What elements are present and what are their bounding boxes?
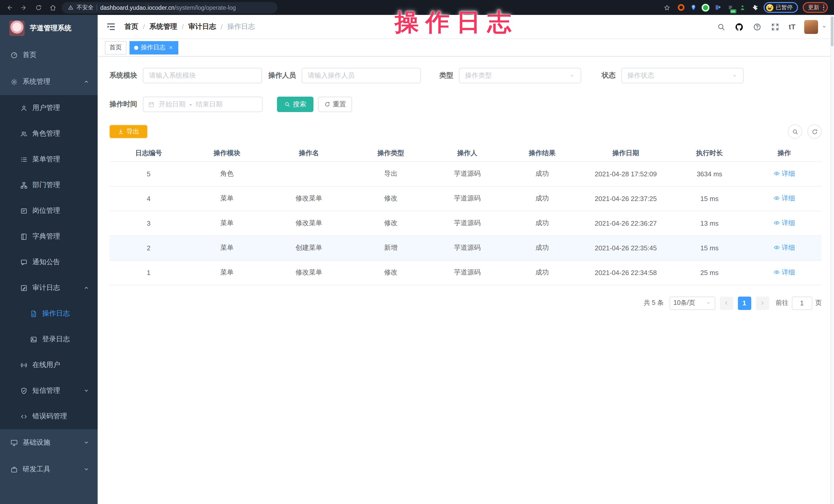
page-size-select[interactable]: 10条/页 [669,296,715,310]
security-label[interactable]: 不安全 [76,4,93,11]
refresh-icon [811,128,818,135]
browser-menu-icon[interactable] [823,5,824,10]
bookmark-star-icon[interactable] [661,2,673,13]
detail-link[interactable]: 详细 [773,243,795,253]
sidebar-item-dept-mgmt[interactable]: 部门管理 [0,172,97,198]
browser-home-button[interactable] [47,2,59,13]
type-select[interactable]: 操作类型 [459,68,581,83]
breadcrumb-current: 操作日志 [227,22,255,31]
detail-link[interactable]: 详细 [773,194,795,203]
goto-page-input[interactable]: 1 [792,296,812,310]
eye-icon [773,170,780,177]
update-label: 更新 [808,4,819,11]
sidebar-item-announcement[interactable]: 通知公告 [0,249,97,275]
extensions-puzzle-icon[interactable] [751,4,759,11]
sidebar-item-audit-log[interactable]: 审计日志 [0,275,97,301]
table-cell: 5 [109,161,188,186]
sidebar-item-infrastructure[interactable]: 基础设施 [0,429,97,456]
font-size-icon[interactable]: tT [789,23,795,31]
help-icon[interactable] [753,22,762,31]
export-button[interactable]: 导出 [109,125,148,138]
sidebar-item-post-mgmt[interactable]: 岗位管理 [0,198,97,224]
sidebar-item-menu-mgmt[interactable]: 菜单管理 [0,147,97,172]
extension-green-figure-icon[interactable] [739,4,746,11]
extension-dark-stack-icon[interactable]: on [726,4,734,11]
tags-view-bar: 首页 操作日志 [97,39,834,57]
table-cell: 菜单 [188,236,266,260]
goto-page: 前往 1 页 [776,296,822,310]
sidebar-logo[interactable]: 芋道管理系统 [0,15,97,42]
sidebar-item-dict-mgmt[interactable]: 字典管理 [0,224,97,249]
github-icon[interactable] [735,22,744,31]
avatar[interactable] [804,20,818,34]
address-bar[interactable]: 不安全 dashboard.yudao.iocoder.cn/system/lo… [62,2,278,13]
paused-profile-chip[interactable]: 已暂停 [763,2,798,13]
sidebar-fold-button[interactable] [106,22,116,32]
browser-back-button[interactable] [4,2,16,13]
page-url[interactable]: dashboard.yudao.iocoder.cn/system/log/op… [100,4,236,10]
search-icon[interactable] [717,22,726,31]
table-row: 5 角色 导出 芋道源码 成功 2021-04-28 17:52:09 3634… [109,161,822,186]
operator-input[interactable]: 请输入操作人员 [302,68,421,83]
table-cell: 2021-04-26 22:36:27 [579,211,672,236]
extension-green-circle-icon[interactable] [702,4,709,11]
table-cell: 13 ms [672,211,747,236]
breadcrumb-audit[interactable]: 审计日志 [188,22,216,31]
date-range-input[interactable]: 开始日期 - 结束日期 [143,96,263,112]
broadcast-icon [20,361,28,369]
scrollbar-thumb[interactable] [831,17,833,46]
sidebar-submenu-system: 用户管理 角色管理 菜单管理 部门管理 岗位管理 [0,95,97,429]
login-log-image-icon [30,335,38,343]
table-cell: 修改 [351,260,430,285]
goto-label: 前往 [776,299,789,307]
table-cell: 修改 [351,211,430,236]
sidebar-item-user-mgmt[interactable]: 用户管理 [0,95,97,121]
sidebar-item-errorcode-mgmt[interactable]: 错误码管理 [0,403,97,429]
url-domain: dashboard.yudao.iocoder.cn [100,4,174,10]
show-search-button[interactable] [788,125,802,139]
tab-operate-log[interactable]: 操作日志 [130,41,178,54]
sidebar-item-system-mgmt[interactable]: 系统管理 [0,68,97,95]
extension-orange-ring-icon[interactable] [677,4,685,11]
refresh-table-button[interactable] [807,125,822,139]
sidebar-item-online-users[interactable]: 在线用户 [0,352,97,378]
page-scrollbar[interactable] [830,15,834,504]
detail-link[interactable]: 详细 [773,268,795,277]
chevron-left-icon [724,300,729,306]
calendar-icon [148,101,155,108]
breadcrumb-system[interactable]: 系统管理 [150,22,177,31]
module-input[interactable]: 请输入系统模块 [143,68,262,83]
chevron-right-icon [760,300,765,306]
browser-forward-button[interactable] [19,2,30,13]
sidebar-item-home[interactable]: 首页 [0,42,97,68]
browser-actions: on 已暂停 更新 [661,2,830,13]
prev-page-button[interactable] [720,296,733,310]
close-icon[interactable] [168,45,174,50]
sidebar-item-dev-tools[interactable]: 研发工具 [0,456,97,483]
extension-blue-pin-icon[interactable] [689,4,697,11]
sidebar-item-login-log[interactable]: 登录日志 [0,326,97,352]
browser-reload-button[interactable] [33,2,44,13]
tab-home[interactable]: 首页 [105,41,126,54]
update-chip[interactable]: 更新 [803,2,828,13]
fullscreen-icon[interactable] [771,22,780,31]
address-divider [96,4,97,10]
page-number-button[interactable]: 1 [738,296,751,310]
table-row: 3 菜单 修改菜单 修改 芋道源码 成功 2021-04-26 22:36:27… [109,211,822,236]
next-page-button[interactable] [755,296,769,310]
sidebar-item-role-mgmt[interactable]: 角色管理 [0,121,97,147]
detail-link[interactable]: 详细 [773,218,795,228]
table-cell: 创建菜单 [266,236,352,260]
detail-link[interactable]: 详细 [773,169,795,178]
search-button[interactable]: 搜索 [277,96,313,112]
breadcrumb-home[interactable]: 首页 [124,22,138,31]
breadcrumb-separator: / [182,23,184,30]
download-icon [118,129,124,135]
sidebar-item-sms-mgmt[interactable]: 短信管理 [0,378,97,403]
user-menu[interactable] [804,20,827,34]
status-select[interactable]: 操作状态 [621,68,744,83]
sidebar-item-operate-log[interactable]: 操作日志 [0,301,97,326]
reset-button[interactable]: 重置 [318,96,352,112]
extension-split-square-icon[interactable] [714,4,722,11]
logo-image [9,21,25,36]
